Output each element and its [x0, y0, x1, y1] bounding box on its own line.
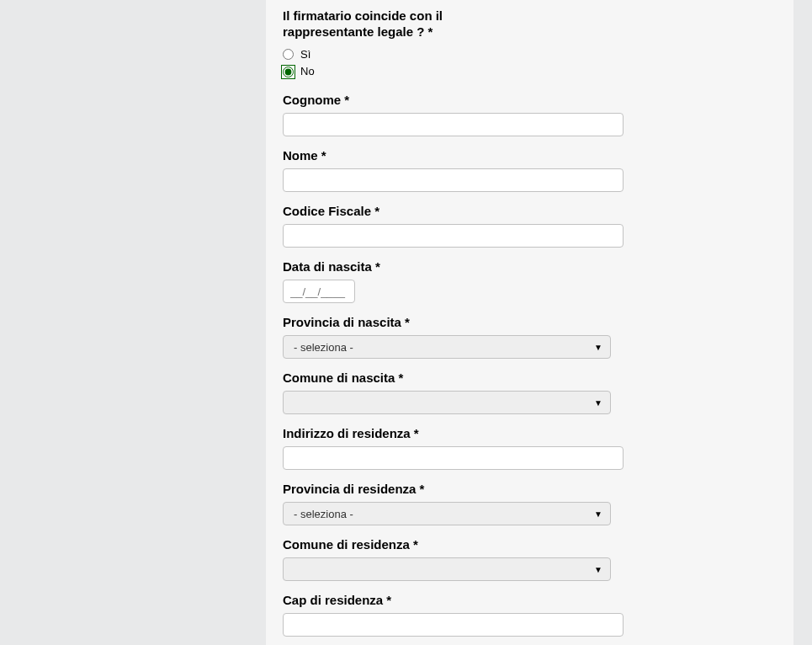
field-data-nascita: Data di nascita * [283, 259, 777, 303]
input-indirizzo-residenza[interactable] [283, 446, 624, 470]
field-cap-residenza: Cap di residenza * [283, 593, 777, 637]
label-codice-fiscale: Codice Fiscale * [283, 204, 777, 218]
radio-option-no[interactable]: No [283, 63, 777, 81]
select-comune-nascita[interactable] [283, 391, 611, 414]
input-data-nascita[interactable] [283, 280, 355, 303]
radio-no-label: No [300, 63, 315, 81]
field-cognome: Cognome * [283, 93, 777, 136]
select-wrap-provincia-nascita: - seleziona - ▼ [283, 335, 611, 359]
select-provincia-residenza[interactable]: - seleziona - [283, 502, 611, 525]
input-cognome[interactable] [283, 113, 624, 136]
input-nome[interactable] [283, 168, 624, 192]
input-codice-fiscale[interactable] [283, 224, 624, 248]
radio-si-label: Sì [300, 46, 310, 64]
label-cap-residenza: Cap di residenza * [283, 593, 777, 607]
radio-no[interactable] [283, 67, 294, 77]
radio-si[interactable] [283, 49, 294, 60]
field-indirizzo-residenza: Indirizzo di residenza * [283, 426, 777, 470]
form-inner: Il firmatario coincide con il rappresent… [266, 0, 793, 637]
select-wrap-comune-residenza: ▼ [283, 557, 611, 581]
label-comune-residenza: Comune di residenza * [283, 537, 777, 552]
select-wrap-provincia-residenza: - seleziona - ▼ [283, 502, 611, 525]
label-indirizzo-residenza: Indirizzo di residenza * [283, 426, 777, 440]
input-cap-residenza[interactable] [283, 613, 624, 637]
field-provincia-nascita: Provincia di nascita * - seleziona - ▼ [283, 315, 777, 359]
label-provincia-residenza: Provincia di residenza * [283, 482, 777, 496]
field-comune-residenza: Comune di residenza * ▼ [283, 537, 777, 581]
field-comune-nascita: Comune di nascita * ▼ [283, 370, 777, 414]
question-label: Il firmatario coincide con il rappresent… [283, 8, 535, 40]
label-cognome: Cognome * [283, 93, 777, 107]
label-provincia-nascita: Provincia di nascita * [283, 315, 777, 329]
field-nome: Nome * [283, 148, 777, 192]
select-wrap-comune-nascita: ▼ [283, 391, 611, 414]
field-codice-fiscale: Codice Fiscale * [283, 204, 777, 248]
field-provincia-residenza: Provincia di residenza * - seleziona - ▼ [283, 482, 777, 525]
select-provincia-nascita[interactable]: - seleziona - [283, 335, 611, 359]
label-comune-nascita: Comune di nascita * [283, 370, 777, 385]
label-data-nascita: Data di nascita * [283, 259, 777, 274]
radio-option-si[interactable]: Sì [283, 46, 777, 64]
select-comune-residenza[interactable] [283, 557, 611, 581]
radio-group-firmatario: Sì No [283, 46, 777, 82]
form-panel: Il firmatario coincide con il rappresent… [266, 0, 793, 645]
label-nome: Nome * [283, 148, 777, 163]
